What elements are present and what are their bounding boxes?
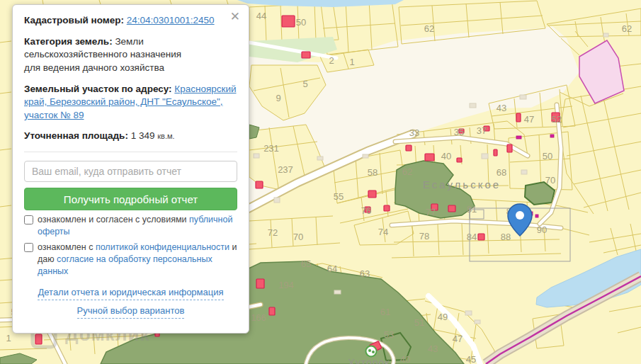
category-label: Категория земель: <box>24 36 113 47</box>
area-units: кв.м. <box>157 132 174 140</box>
close-button[interactable]: ✕ <box>227 9 243 24</box>
parcel-number: 231 <box>263 143 279 154</box>
parcel-number: 78 <box>419 231 429 241</box>
offer-text: ознакомлен и согласен с условиями <box>38 215 187 224</box>
parcel-number: 77 <box>426 207 436 217</box>
parcel-number: 33 <box>409 127 419 138</box>
privacy-checkbox[interactable] <box>24 243 33 252</box>
bottom-links: Детали отчета и юридическая информация Р… <box>24 286 237 323</box>
parcel-number: 55 <box>334 191 344 202</box>
area-value: 1 349 <box>131 130 155 141</box>
parcel-number: 2 <box>329 55 334 66</box>
parcel-number: 63 <box>360 268 370 279</box>
parcel-number: 35 <box>454 127 464 137</box>
parcel-number: 84 <box>467 232 477 242</box>
parcel-number: 37 <box>477 125 487 136</box>
parcel-number: 43 <box>497 103 506 113</box>
parcel-number: 44 <box>256 11 266 21</box>
personal-data-link[interactable]: согласие на обработку персональных данны… <box>38 254 212 276</box>
parcel-number: 166 <box>251 312 266 323</box>
parcel-number: 62 <box>622 23 632 34</box>
parcel-number: 45 <box>466 354 476 364</box>
parcel-number: 9 <box>276 93 280 103</box>
parcel-number: 62 <box>402 166 412 177</box>
area-label: Уточненная площадь: <box>24 130 128 141</box>
parcel-number: 90 <box>537 224 547 235</box>
email-input[interactable] <box>24 161 237 182</box>
report-details-link[interactable]: Детали отчета и юридическая информация <box>38 286 223 300</box>
parcel-number: 52 <box>552 114 562 125</box>
offer-checkbox[interactable] <box>24 215 33 224</box>
parcel-number: 47 <box>453 334 463 344</box>
offer-checkbox-row: ознакомлен и согласен с условиями публич… <box>24 214 237 238</box>
place-label: Хуторок <box>348 357 390 364</box>
parcel-info-popup: ✕ Кадастровый номер: 24:04:0301001:2450 … <box>12 4 249 334</box>
parcel-number: 58 <box>368 167 378 178</box>
cadastral-label: Кадастровый номер: <box>24 15 124 25</box>
parcel-number: 72 <box>268 227 278 238</box>
cadastral-number-link[interactable]: 24:04:0301001:2450 <box>127 15 215 25</box>
parcel-number: 65 <box>301 258 311 269</box>
parcel-number: 70 <box>293 232 303 242</box>
privacy-checkbox-row: ознакомлен с политикой конфиденциальност… <box>24 241 237 278</box>
cadastral-map-app: 4450626221594347523335374062685070778186… <box>0 0 641 364</box>
parcel-number: 5 <box>302 79 307 89</box>
address-label: Земельный участок по адресу: <box>24 84 172 94</box>
parcel-number: 1 <box>6 333 11 343</box>
parcel-number: 50 <box>543 151 552 161</box>
parcel-number: 61 <box>380 307 390 317</box>
parcel-number: 62 <box>424 23 434 34</box>
parcel-number: 70 <box>545 175 555 186</box>
parcel-number: 40 <box>400 354 410 364</box>
parcel-number: 1 <box>349 57 354 67</box>
category-extra: для ведения дачного хозяйства <box>24 62 164 73</box>
parcel-number: 88 <box>501 232 511 242</box>
submit-report-button[interactable]: Получить подробный отчет <box>24 188 237 210</box>
parcel-number: 237 <box>278 164 293 175</box>
parcel-number: 194 <box>278 280 294 290</box>
cadastral-row: Кадастровый номер: 24:04:0301001:2450 <box>24 14 237 28</box>
divider <box>24 152 237 152</box>
parcel-number: 68 <box>497 167 506 178</box>
parcel-number: 50 <box>296 17 306 28</box>
parcel-number: 40 <box>441 151 451 161</box>
parcel-number: 49 <box>438 312 448 322</box>
area-row: Уточненная площадь: 1 349 кв.м. <box>24 130 237 143</box>
manual-selection-link[interactable]: Ручной выбор вариантов <box>77 305 185 319</box>
parcel-number: 43 <box>428 343 438 354</box>
privacy-policy-link[interactable]: политикой конфиденциальности <box>96 242 229 252</box>
close-icon: ✕ <box>230 10 240 23</box>
parcel-number: 76 <box>361 205 371 216</box>
parcel-number: 51 <box>414 317 424 328</box>
parcel-number: 64 <box>327 263 337 274</box>
parcel-number: 47 <box>524 114 534 125</box>
category-row: Категория земель: Земли сельскохозяйстве… <box>24 35 237 75</box>
place-label: Есаульское <box>423 178 501 190</box>
parcel-number: 74 <box>378 227 388 237</box>
parcel-number: 53 <box>384 329 394 340</box>
playground-icon <box>366 346 377 357</box>
privacy-text-1: ознакомлен с <box>38 242 93 252</box>
address-row: Земельный участок по адресу: Красноярски… <box>24 83 237 123</box>
